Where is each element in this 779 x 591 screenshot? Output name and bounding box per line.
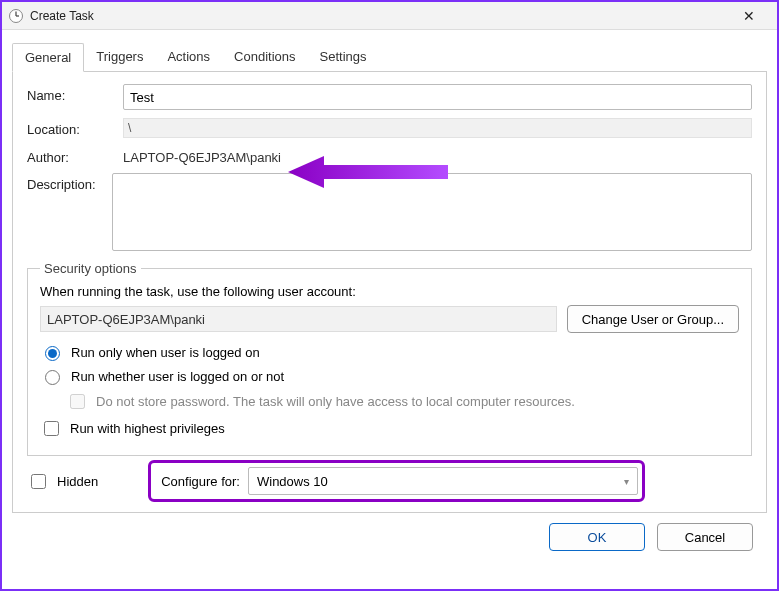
run-logged-on-radio[interactable] bbox=[45, 346, 60, 361]
configure-for-label: Configure for: bbox=[161, 474, 240, 489]
run-logged-on-label: Run only when user is logged on bbox=[71, 345, 260, 360]
tab-strip: General Triggers Actions Conditions Sett… bbox=[12, 42, 767, 72]
close-icon[interactable]: ✕ bbox=[727, 8, 771, 24]
dialog-footer: OK Cancel bbox=[12, 513, 767, 561]
hidden-label: Hidden bbox=[57, 474, 98, 489]
author-value: LAPTOP-Q6EJP3AM\panki bbox=[123, 146, 752, 165]
run-either-radio[interactable] bbox=[45, 370, 60, 385]
run-logged-on-option[interactable]: Run only when user is logged on bbox=[40, 343, 739, 361]
hidden-checkbox[interactable] bbox=[31, 474, 46, 489]
cancel-button[interactable]: Cancel bbox=[657, 523, 753, 551]
change-user-button[interactable]: Change User or Group... bbox=[567, 305, 739, 333]
name-input[interactable] bbox=[123, 84, 752, 110]
no-store-password-label: Do not store password. The task will onl… bbox=[96, 394, 575, 409]
tab-settings[interactable]: Settings bbox=[308, 43, 379, 72]
security-prompt: When running the task, use the following… bbox=[40, 284, 739, 299]
user-account-display: LAPTOP-Q6EJP3AM\panki bbox=[40, 306, 557, 332]
no-store-password-option: Do not store password. The task will onl… bbox=[66, 391, 739, 412]
description-label: Description: bbox=[27, 173, 112, 192]
location-value: \ bbox=[123, 118, 752, 138]
location-label: Location: bbox=[27, 118, 123, 137]
author-label: Author: bbox=[27, 146, 123, 165]
security-legend: Security options bbox=[40, 261, 141, 276]
no-store-password-checkbox bbox=[70, 394, 85, 409]
name-label: Name: bbox=[27, 84, 123, 103]
highest-privileges-checkbox[interactable] bbox=[44, 421, 59, 436]
window-title: Create Task bbox=[30, 9, 727, 23]
run-either-label: Run whether user is logged on or not bbox=[71, 369, 284, 384]
highest-privileges-option[interactable]: Run with highest privileges bbox=[40, 418, 739, 439]
highest-privileges-label: Run with highest privileges bbox=[70, 421, 225, 436]
configure-for-value: Windows 10 bbox=[257, 474, 328, 489]
title-bar: Create Task ✕ bbox=[2, 2, 777, 30]
general-panel: Name: Location: \ Author: LAPTOP-Q6EJP3A… bbox=[12, 72, 767, 513]
hidden-option[interactable]: Hidden bbox=[27, 471, 98, 492]
tab-general[interactable]: General bbox=[12, 43, 84, 72]
tab-triggers[interactable]: Triggers bbox=[84, 43, 155, 72]
description-input[interactable] bbox=[112, 173, 752, 251]
security-options-group: Security options When running the task, … bbox=[27, 261, 752, 456]
tab-conditions[interactable]: Conditions bbox=[222, 43, 307, 72]
run-either-option[interactable]: Run whether user is logged on or not bbox=[40, 367, 739, 385]
tab-actions[interactable]: Actions bbox=[155, 43, 222, 72]
configure-for-highlight: Configure for: Windows 10 ▾ bbox=[148, 460, 645, 502]
chevron-down-icon: ▾ bbox=[624, 476, 629, 487]
configure-for-select[interactable]: Windows 10 ▾ bbox=[248, 467, 638, 495]
task-scheduler-icon bbox=[8, 8, 24, 24]
ok-button[interactable]: OK bbox=[549, 523, 645, 551]
